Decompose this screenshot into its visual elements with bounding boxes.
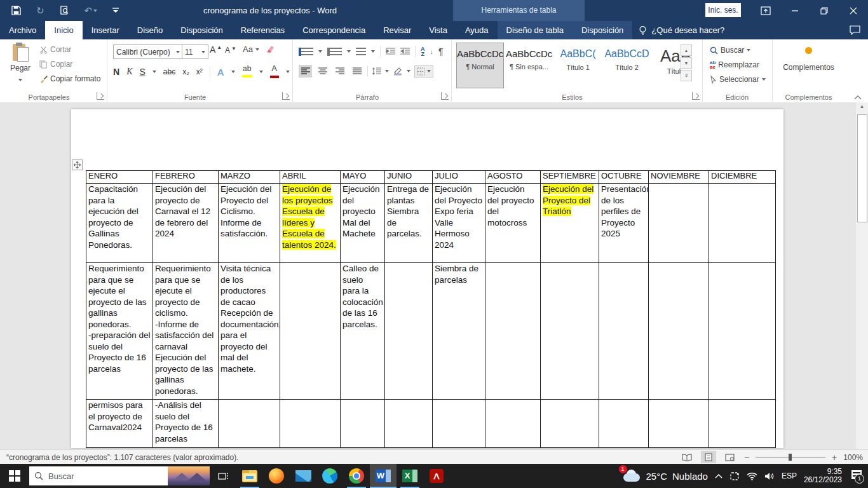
start-button[interactable] bbox=[0, 464, 29, 488]
change-case-button[interactable]: Aa bbox=[243, 44, 259, 54]
paragraph-dialog-launcher[interactable] bbox=[441, 92, 449, 100]
table-cell[interactable] bbox=[709, 184, 776, 263]
grow-font-button[interactable]: A▲ bbox=[210, 44, 222, 55]
replace-button[interactable]: abac Reemplazar bbox=[710, 60, 759, 69]
month-header-cell[interactable]: JULIO bbox=[433, 171, 485, 184]
comment-icon[interactable] bbox=[850, 21, 860, 39]
text-effects-button[interactable]: A bbox=[217, 67, 224, 78]
underline-caret[interactable] bbox=[153, 71, 156, 73]
italic-button[interactable]: K bbox=[126, 67, 132, 77]
table-cell[interactable]: Ejecución del Proyecto del Ciclismo. Inf… bbox=[219, 184, 280, 263]
taskbar-search-box[interactable]: Buscar bbox=[29, 466, 210, 485]
scroll-up-icon[interactable]: ▲ bbox=[856, 104, 868, 109]
zoom-slider-thumb[interactable] bbox=[789, 454, 792, 461]
table-cell[interactable] bbox=[649, 184, 709, 263]
table-cell[interactable] bbox=[541, 263, 599, 400]
table-cell[interactable]: Ejecución del Proyecto del Triatlón bbox=[541, 184, 599, 263]
print-layout-icon[interactable] bbox=[701, 451, 716, 463]
month-header-cell[interactable]: SEPTIEMBRE bbox=[541, 171, 599, 184]
clock[interactable]: 9:35 26/12/2023 bbox=[804, 468, 842, 484]
task-view-button[interactable] bbox=[210, 464, 236, 488]
cut-button[interactable]: Cortar bbox=[39, 45, 71, 54]
line-spacing-button[interactable] bbox=[372, 67, 381, 76]
tab-ayuda[interactable]: Ayuda bbox=[456, 21, 498, 39]
language-indicator[interactable]: ESP bbox=[782, 471, 797, 480]
tell-me-box[interactable]: ¿Qué desea hacer? bbox=[632, 21, 731, 39]
taskbar-mail-button[interactable] bbox=[290, 464, 316, 488]
month-header-cell[interactable]: AGOSTO bbox=[485, 171, 541, 184]
find-button[interactable]: Buscar bbox=[710, 46, 750, 55]
table-cell[interactable] bbox=[649, 263, 709, 400]
table-cell[interactable] bbox=[385, 263, 433, 400]
style-normal[interactable]: AaBbCcDc ¶ Normal bbox=[456, 43, 504, 88]
table-cell[interactable]: Siembra de parcelas bbox=[433, 263, 485, 400]
close-button[interactable] bbox=[839, 0, 868, 21]
font-name-select[interactable]: Calibri (Cuerpo) bbox=[113, 44, 183, 59]
style-titulo[interactable]: AaB Título bbox=[652, 43, 700, 88]
shading-button[interactable] bbox=[393, 67, 403, 76]
bold-button[interactable]: N bbox=[113, 67, 119, 77]
tab-diseno[interactable]: Diseño bbox=[128, 21, 172, 39]
device-icon[interactable] bbox=[729, 472, 740, 480]
indent-button[interactable] bbox=[400, 48, 410, 56]
font-dialog-launcher[interactable] bbox=[282, 92, 290, 100]
table-cell[interactable]: Requerimiento para que se ejecute el pro… bbox=[153, 263, 219, 400]
taskbar-edge-button[interactable] bbox=[316, 464, 343, 488]
tab-inicio[interactable]: Inicio bbox=[45, 21, 82, 39]
table-cell[interactable]: Presentación de los perfiles de Proyecto… bbox=[599, 184, 649, 263]
table-cell[interactable]: Visita técnica de los productores de cac… bbox=[219, 263, 280, 400]
table-cell[interactable]: Capacitación para la ejecución del proye… bbox=[86, 184, 153, 263]
taskbar-acrobat-button[interactable]: ꓥ bbox=[423, 464, 450, 488]
table-cell[interactable] bbox=[709, 263, 776, 400]
multilevel-list-button[interactable] bbox=[356, 48, 366, 56]
scroll-thumb[interactable] bbox=[857, 114, 867, 222]
tab-referencias[interactable]: Referencias bbox=[232, 21, 294, 39]
table-cell[interactable]: Ejecución del Proyecto Expo feria Valle … bbox=[433, 184, 485, 263]
vertical-scrollbar[interactable]: ▲ bbox=[856, 102, 868, 449]
highlight-button[interactable]: ab bbox=[242, 65, 252, 78]
signin-button[interactable]: Inic. ses. bbox=[705, 3, 741, 17]
sort-button[interactable]: AZ bbox=[421, 46, 425, 57]
table-cell[interactable] bbox=[341, 400, 385, 448]
taskbar-firefox-button[interactable] bbox=[263, 464, 290, 488]
taskbar-chrome-button[interactable] bbox=[343, 464, 370, 488]
pilcrow-button[interactable]: ¶ bbox=[438, 46, 444, 57]
table-cell[interactable]: permisos para el proyecto de Carnaval202… bbox=[86, 400, 153, 448]
table-cell[interactable]: Ejecución del proyecto de Carnaval el 12… bbox=[153, 184, 219, 263]
tab-correspondencia[interactable]: Correspondencia bbox=[294, 21, 374, 39]
tab-disposicion-tabla[interactable]: Disposición bbox=[573, 21, 632, 39]
table-cell[interactable] bbox=[433, 400, 485, 448]
month-header-cell[interactable]: NOVIEMBRE bbox=[649, 171, 709, 184]
justify-button[interactable] bbox=[350, 65, 363, 78]
tab-vista[interactable]: Vista bbox=[420, 21, 456, 39]
paste-button[interactable]: Pegar bbox=[5, 43, 36, 84]
style-sin-espaciado[interactable]: AaBbCcDc ¶ Sin espa... bbox=[505, 43, 553, 88]
align-right-button[interactable] bbox=[333, 65, 346, 78]
month-header-cell[interactable]: FEBRERO bbox=[153, 171, 219, 184]
save-icon[interactable] bbox=[11, 6, 21, 15]
shrink-font-button[interactable]: A▼ bbox=[225, 46, 236, 55]
styles-dialog-launcher[interactable] bbox=[692, 92, 700, 100]
taskbar-explorer-button[interactable] bbox=[236, 464, 263, 488]
table-cell[interactable] bbox=[385, 400, 433, 448]
month-header-cell[interactable]: JUNIO bbox=[385, 171, 433, 184]
style-titulo-1[interactable]: AaBbC( Título 1 bbox=[554, 43, 602, 88]
print-preview-icon[interactable] bbox=[60, 6, 69, 15]
table-cell[interactable] bbox=[485, 263, 541, 400]
outdent-button[interactable] bbox=[386, 48, 395, 56]
document-page[interactable]: ENEROFEBREROMARZOABRILMAYOJUNIOJULIOAGOS… bbox=[71, 109, 783, 448]
styles-gallery-more[interactable]: ⊽ bbox=[681, 70, 692, 81]
table-cell[interactable] bbox=[599, 263, 649, 400]
taskbar-word-button[interactable]: W bbox=[370, 464, 397, 488]
table-cell[interactable]: Requerimiento para que se ejecute el pro… bbox=[86, 263, 153, 400]
month-header-cell[interactable]: OCTUBRE bbox=[599, 171, 649, 184]
font-color-caret[interactable] bbox=[286, 71, 290, 73]
qat-customize-icon[interactable] bbox=[112, 8, 119, 13]
zoom-slider[interactable] bbox=[756, 451, 825, 463]
table-cell[interactable]: Calleo de suelo para la colocación de la… bbox=[341, 263, 385, 400]
strikethrough-button[interactable]: abc bbox=[163, 67, 175, 76]
table-cell[interactable] bbox=[709, 400, 776, 448]
table-cell[interactable]: Ejecución del proyecto Mal del Machete bbox=[341, 184, 385, 263]
align-left-button[interactable] bbox=[299, 65, 312, 78]
month-header-cell[interactable]: ENERO bbox=[86, 171, 153, 184]
